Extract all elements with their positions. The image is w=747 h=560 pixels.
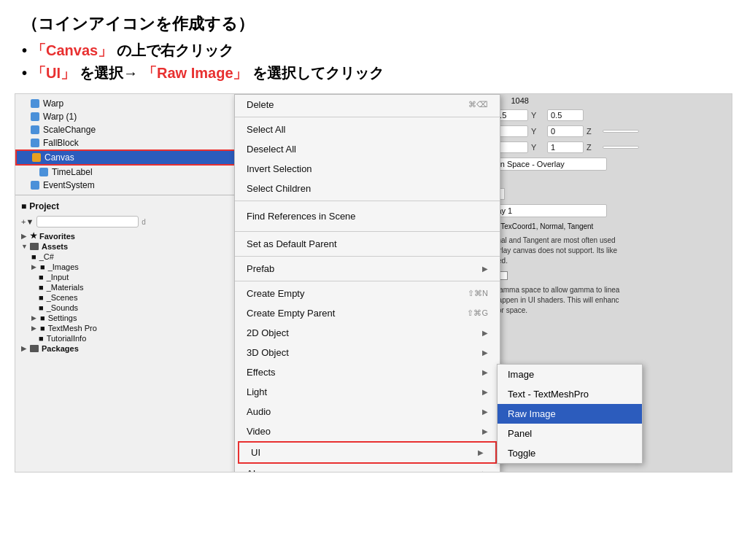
insp-row-checkbox [470,173,732,186]
hier-label-scalechange: ScaleChange [43,125,96,135]
project-header: ■ Project [15,198,237,214]
bullet2-suffix: を選択してクリック [252,63,384,83]
submenu-toggle[interactable]: Toggle [498,443,642,463]
menu-video[interactable]: Video ▶ [235,421,500,441]
hier-label-timelabel: TimeLabel [52,167,93,177]
menu-delete[interactable]: Delete ⌘⌫ [235,95,500,114]
project-search-bar: +▼ d [15,214,237,229]
packages-item[interactable]: ▶ Packages [15,343,237,354]
menu-prefab[interactable]: Prefab ▶ [235,259,500,279]
menu-select-children[interactable]: Select Children [235,179,500,198]
tree-item-input[interactable]: ■ _Input [15,272,237,282]
insp-row-xy1: X 0.5 Y 0.5 [470,107,732,123]
menu-light[interactable]: Light ▶ [235,382,500,402]
menu-2d-object[interactable]: 2D Object ▶ [235,323,500,343]
hier-label-eventsystem: EventSystem [43,180,95,190]
menu-find-references[interactable]: Find References in Scene [235,203,500,229]
menu-ai[interactable]: AI ▶ [235,464,500,472]
submenu-panel-label: Panel [508,428,532,439]
project-area: ■ Project +▼ d ▶ ★ Favorites ▼ Assets [15,195,237,358]
menu-3d-object-label: 3D Object [247,347,289,358]
bullet1-text: の上で右クリック [117,41,233,61]
submenu-raw-image[interactable]: Raw Image [498,404,642,424]
packages-label: Packages [42,344,79,353]
cube-icon [39,167,49,177]
menu-light-label: Light [247,386,267,397]
menu-create-empty-shortcut: ⇧⌘N [468,289,488,298]
toggle-assets: ▼ [21,243,28,250]
menu-audio[interactable]: Audio ▶ [235,402,500,421]
menu-deselect-all-label: Deselect All [247,144,296,155]
menu-divider-4 [235,256,500,257]
menu-ui[interactable]: UI ▶ [238,441,497,464]
insp-z3-val[interactable] [603,146,639,149]
hierarchy-panel: Warp Warp (1) ScaleChange FallBlock Canv… [15,94,238,472]
insp-chan-val: TexCoord1, Normal, Tangent [500,222,593,230]
menu-select-all[interactable]: Select All [235,120,500,139]
toggle-favorites: ▶ [21,233,28,240]
menu-deselect-all[interactable]: Deselect All [235,139,500,159]
bullet2-rawimage: 「Raw Image」 [142,63,247,83]
tree-item-csharp[interactable]: ■ _C# [15,252,237,262]
menu-create-empty-parent[interactable]: Create Empty Parent ⇧⌘G [235,303,500,323]
tree-item-scenes[interactable]: ■ _Scenes [15,292,237,303]
hier-item-warp1[interactable]: Warp (1) [15,110,237,123]
menu-prefab-arrow: ▶ [482,265,488,273]
menu-prefab-label: Prefab [247,263,274,274]
insp-y-val[interactable]: 0.5 [547,109,584,121]
cube-orange-icon [31,152,42,163]
tree-item-tutorialinfo[interactable]: ■ TutorialInfo [15,333,237,343]
hier-item-canvas[interactable]: Canvas [15,149,237,166]
tree-item-settings[interactable]: ▶ ■ Settings [15,313,237,323]
menu-create-empty[interactable]: Create Empty ⇧⌘N [235,284,500,303]
cube-icon [30,112,40,122]
insp-y2-label: Y [531,127,544,136]
insp-row-number1: 0 [470,186,732,202]
menu-invert-selection-label: Invert Selection [247,163,312,174]
insp-row-dropdown2: Display 1 [470,202,732,219]
assets-label: Assets [42,242,68,251]
submenu-textmeshpro[interactable]: Text - TextMeshPro [498,384,642,404]
menu-find-references-label: Find References in Scene [247,211,356,222]
insp-y2-val[interactable]: 0 [547,125,584,137]
menu-default-parent-label: Set as Default Parent [247,238,337,249]
bullet-item-1: • 「Canvas」 の上で右クリック [22,41,725,61]
bullet-item-2: • 「UI」 を選択→ 「Raw Image」 を選択してクリック [22,63,725,83]
submenu-toggle-label: Toggle [508,448,535,459]
hier-item-warp[interactable]: Warp [15,97,237,110]
assets-item[interactable]: ▼ Assets [15,241,237,252]
add-button[interactable]: +▼ [21,217,34,226]
project-search-input[interactable] [36,216,139,228]
submenu-raw-image-label: Raw Image [508,408,556,419]
hier-item-timelabel[interactable]: TimeLabel [15,166,237,179]
tree-item-sounds[interactable]: ■ _Sounds [15,303,237,313]
tree-item-images[interactable]: ▶ ■ _Images [15,262,237,272]
menu-3d-object[interactable]: 3D Object ▶ [235,343,500,362]
menu-audio-arrow: ▶ [482,408,488,416]
tree-item-materials[interactable]: ■ _Materials [15,282,237,292]
menu-video-label: Video [247,426,271,437]
submenu-panel-item[interactable]: Panel [498,424,642,443]
cube-icon [30,138,40,148]
menu-invert-selection[interactable]: Invert Selection [235,159,500,179]
menu-create-empty-label: Create Empty [247,288,304,299]
hier-item-eventsystem[interactable]: EventSystem [15,179,237,192]
hier-item-scalechange[interactable]: ScaleChange [15,123,237,136]
cube-icon [30,98,40,109]
bullet1-canvas: 「Canvas」 [31,41,112,61]
hier-label-fallblock: FallBlock [43,138,79,148]
insp-z2-val[interactable] [603,130,639,133]
menu-delete-label: Delete [247,99,274,110]
menu-2d-object-label: 2D Object [247,327,289,338]
menu-ui-arrow: ▶ [478,448,484,456]
project-title: Project [29,201,59,211]
hier-item-fallblock[interactable]: FallBlock [15,136,237,149]
menu-default-parent[interactable]: Set as Default Parent [235,234,500,254]
favorites-item[interactable]: ▶ ★ Favorites [15,230,237,241]
submenu-image[interactable]: Image [498,365,642,384]
menu-effects[interactable]: Effects ▶ [235,362,500,382]
menu-3d-object-arrow: ▶ [482,349,488,357]
tree-item-textmesh[interactable]: ▶ ■ TextMesh Pro [15,323,237,333]
menu-ui-label: UI [251,447,260,458]
insp-y3-val[interactable]: 1 [547,141,584,153]
